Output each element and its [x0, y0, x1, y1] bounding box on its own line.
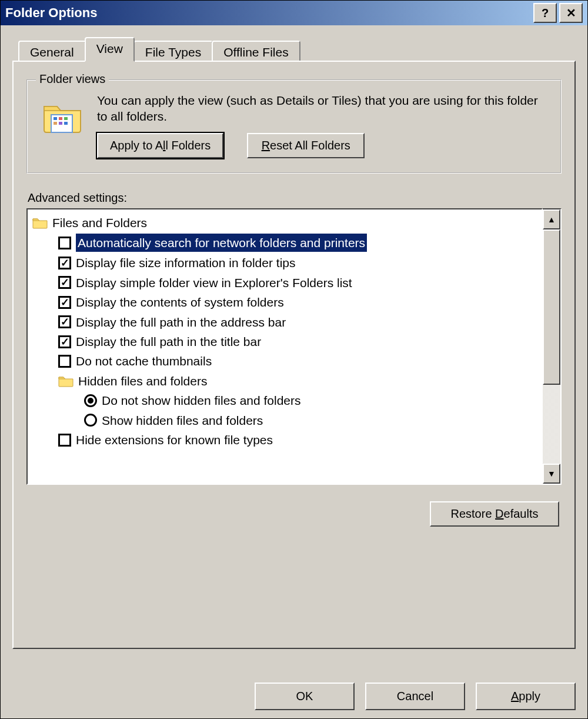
- tree-item-label: Display file size information in folder …: [76, 254, 296, 271]
- reset-all-folders-button[interactable]: Reset All Folders: [247, 133, 365, 158]
- tab-offline-files[interactable]: Offline Files: [212, 41, 300, 62]
- chevron-up-icon: ▲: [547, 215, 556, 224]
- tab-view[interactable]: View: [85, 37, 135, 62]
- vertical-scrollbar[interactable]: ▲ ▼: [543, 208, 562, 485]
- tree-item-display-file-size[interactable]: Display file size information in folder …: [30, 253, 539, 272]
- tree-item-show-hidden[interactable]: Show hidden files and folders: [30, 411, 539, 430]
- tree-item-hide-extensions[interactable]: Hide extensions for known file types: [30, 430, 539, 450]
- close-icon: ✕: [566, 6, 576, 20]
- checkbox-icon[interactable]: [58, 237, 71, 249]
- apply-button[interactable]: Apply: [476, 683, 576, 710]
- checkbox-icon[interactable]: [58, 315, 71, 328]
- tree-item-auto-search-network[interactable]: Automatically search for network folders…: [30, 232, 539, 253]
- folder-views-group: Folder views: [26, 79, 562, 174]
- tab-general[interactable]: General: [18, 41, 86, 62]
- radio-icon[interactable]: [84, 414, 97, 427]
- tree-item-full-path-address-bar[interactable]: Display the full path in the address bar: [30, 312, 539, 332]
- close-button[interactable]: ✕: [559, 3, 583, 23]
- chevron-down-icon: ▼: [547, 469, 556, 478]
- tree-item-label: Automatically search for network folders…: [76, 234, 367, 252]
- apply-to-all-folders-button[interactable]: Apply to All Folders: [97, 133, 223, 158]
- tree-item-hide-hidden[interactable]: Do not show hidden files and folders: [30, 391, 539, 410]
- folder-icon: [32, 216, 48, 229]
- svg-rect-2: [59, 117, 62, 120]
- advanced-settings-list[interactable]: Files and Folders Automatically search f…: [26, 208, 543, 485]
- tree-item-full-path-title-bar[interactable]: Display the full path in the title bar: [30, 332, 539, 351]
- tree-item-simple-folder-view[interactable]: Display simple folder view in Explorer's…: [30, 273, 539, 292]
- tree-item-label: Display the full path in the address bar: [76, 314, 286, 331]
- scroll-up-button[interactable]: ▲: [543, 209, 560, 229]
- scroll-track[interactable]: [543, 385, 560, 464]
- tree-item-label: Display simple folder view in Explorer's…: [76, 274, 352, 291]
- title-bar: Folder Options ? ✕: [1, 1, 587, 25]
- tree-item-label: Show hidden files and folders: [102, 412, 263, 429]
- tree-item-no-cache-thumbnails[interactable]: Do not cache thumbnails: [30, 351, 539, 371]
- checkbox-icon[interactable]: [58, 434, 71, 447]
- cancel-button[interactable]: Cancel: [365, 683, 465, 710]
- tree-item-label: Hide extensions for known file types: [76, 431, 273, 448]
- scroll-thumb[interactable]: [543, 229, 560, 385]
- folder-icon: [58, 374, 74, 387]
- checkbox-icon[interactable]: [58, 355, 71, 368]
- tree-item-label: Do not cache thumbnails: [76, 352, 212, 370]
- tree-group-label: Hidden files and folders: [78, 372, 207, 390]
- tree-item-label: Display the contents of system folders: [76, 294, 284, 311]
- window-title: Folder Options: [5, 5, 97, 21]
- svg-rect-6: [64, 122, 68, 125]
- scroll-down-button[interactable]: ▼: [543, 464, 560, 484]
- restore-defaults-button[interactable]: Restore Defaults: [430, 501, 559, 527]
- dialog-button-row: OK Cancel Apply: [255, 683, 576, 710]
- tree-group-hidden-files: Hidden files and folders: [30, 371, 539, 391]
- ok-button[interactable]: OK: [255, 683, 355, 710]
- svg-rect-5: [59, 122, 62, 125]
- dialog-window: Folder Options ? ✕ General View File Typ…: [0, 0, 588, 719]
- tab-page-view: Folder views: [12, 61, 576, 649]
- tree-group-label: Files and Folders: [52, 214, 147, 231]
- tree-item-label: Display the full path in the title bar: [76, 333, 261, 350]
- tree-item-label: Do not show hidden files and folders: [102, 392, 301, 409]
- checkbox-icon[interactable]: [58, 257, 71, 269]
- tree-group-files-and-folders: Files and Folders: [30, 213, 539, 232]
- folder-views-legend: Folder views: [36, 72, 109, 86]
- radio-icon[interactable]: [84, 394, 97, 407]
- tab-file-types[interactable]: File Types: [133, 41, 213, 62]
- checkbox-icon[interactable]: [58, 276, 71, 289]
- help-button[interactable]: ?: [533, 3, 557, 23]
- checkbox-icon[interactable]: [58, 296, 71, 309]
- folder-icon: [42, 96, 83, 137]
- tree-item-system-folder-contents[interactable]: Display the contents of system folders: [30, 292, 539, 312]
- svg-rect-3: [64, 117, 68, 120]
- svg-rect-4: [54, 122, 57, 125]
- svg-rect-1: [54, 117, 57, 120]
- tab-strip: General View File Types Offline Files: [18, 37, 576, 61]
- advanced-settings-label: Advanced settings:: [28, 191, 562, 205]
- checkbox-icon[interactable]: [58, 335, 71, 348]
- help-icon: ?: [542, 6, 549, 20]
- folder-views-description: You can apply the view (such as Details …: [97, 92, 546, 125]
